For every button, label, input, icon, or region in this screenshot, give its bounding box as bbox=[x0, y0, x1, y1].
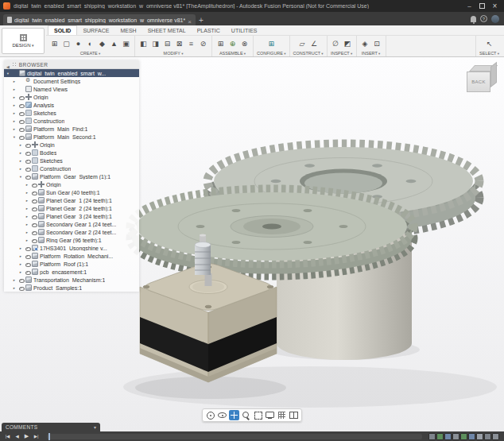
browser-item[interactable]: ▸Bodies bbox=[4, 149, 139, 157]
timeline-feature-extrude-icon[interactable] bbox=[444, 433, 452, 440]
help-icon[interactable] bbox=[480, 15, 487, 22]
browser-item[interactable]: ▸Named Views bbox=[4, 85, 139, 93]
browser-item[interactable]: ▸17HS3401_Usongshine v... bbox=[4, 244, 139, 252]
browser-item[interactable]: ▸Sketches bbox=[4, 109, 139, 117]
plane-icon[interactable] bbox=[297, 39, 308, 49]
browser-item[interactable]: ▸Transportation_Mechanism:1 bbox=[4, 276, 139, 284]
browser-item[interactable]: ▸Sun Gear (40 teeth):1 bbox=[4, 188, 139, 196]
browser-item[interactable]: ▾Platform_Main_Second:1 bbox=[4, 133, 139, 141]
visibility-eye-icon[interactable] bbox=[18, 134, 24, 140]
visibility-eye-icon[interactable] bbox=[25, 269, 30, 275]
axis-icon[interactable] bbox=[309, 39, 320, 49]
timeline-feature-sketch-icon[interactable] bbox=[436, 433, 444, 440]
browser-item[interactable]: ▸Document Settings bbox=[4, 77, 139, 85]
decal-icon[interactable] bbox=[372, 39, 382, 49]
ribbon-tab-surface[interactable]: SURFACE bbox=[77, 25, 114, 35]
pan-icon[interactable] bbox=[229, 410, 239, 420]
browser-item[interactable]: ▸Platform_Roof (1):1 bbox=[4, 260, 139, 268]
browser-item[interactable]: ▸Analysis bbox=[4, 101, 139, 109]
shell-icon[interactable] bbox=[162, 39, 173, 49]
expand-arrow-icon[interactable]: ▸ bbox=[25, 222, 29, 226]
viewport[interactable]: BACK BROWSER ▾digital_twin_enabled_smart… bbox=[0, 57, 504, 431]
visibility-eye-icon[interactable] bbox=[25, 150, 30, 156]
cylinder-icon[interactable] bbox=[73, 39, 83, 49]
browser-item[interactable]: ▸Origin bbox=[4, 93, 139, 101]
timeline-feature-joint-icon[interactable] bbox=[452, 433, 459, 440]
minimize-button[interactable] bbox=[463, 1, 475, 11]
browser-item[interactable]: ▸Planet Gear_2 (24 teeth):1 bbox=[4, 204, 139, 212]
go-to-start-icon[interactable] bbox=[3, 432, 12, 440]
visibility-eye-icon[interactable] bbox=[25, 158, 30, 164]
timeline-feature-component-icon[interactable] bbox=[428, 433, 436, 440]
visibility-eye-icon[interactable] bbox=[31, 206, 37, 211]
timeline-feature-sketch-icon[interactable] bbox=[460, 433, 467, 440]
viewcube[interactable]: BACK bbox=[464, 64, 499, 95]
user-avatar[interactable] bbox=[491, 15, 499, 23]
expand-arrow-icon[interactable]: ▸ bbox=[12, 95, 17, 99]
go-to-end-icon[interactable] bbox=[32, 432, 41, 440]
combine-icon[interactable] bbox=[174, 39, 184, 49]
ribbon-group-label[interactable]: CREATE bbox=[80, 51, 100, 56]
browser-item[interactable]: ▸pcb_encasement:1 bbox=[4, 268, 139, 276]
visibility-eye-icon[interactable] bbox=[25, 166, 30, 172]
visibility-eye-icon[interactable] bbox=[18, 285, 24, 291]
visibility-eye-icon[interactable] bbox=[25, 142, 30, 148]
expand-arrow-icon[interactable]: ▸ bbox=[12, 278, 17, 282]
timeline-feature-revolve-icon[interactable] bbox=[476, 433, 483, 440]
browser-item[interactable]: ▸Secondary Gear 1 (24 teet... bbox=[4, 220, 139, 228]
visibility-eye-icon[interactable] bbox=[25, 253, 30, 259]
joint-icon[interactable] bbox=[227, 39, 238, 49]
visibility-eye-icon[interactable] bbox=[18, 277, 24, 283]
ribbon-tab-sheet-metal[interactable]: SHEET METAL bbox=[142, 25, 192, 35]
browser-item[interactable]: ▸Platform_Main_Find:1 bbox=[4, 125, 139, 133]
browser-item[interactable]: ▸Construction bbox=[4, 164, 139, 172]
ribbon-group-label[interactable]: ASSEMBLE bbox=[219, 51, 246, 56]
visibility-eye-icon[interactable] bbox=[18, 95, 24, 100]
press-pull-icon[interactable] bbox=[138, 39, 149, 49]
visibility-eye-icon[interactable] bbox=[18, 118, 24, 124]
timeline-track[interactable] bbox=[47, 434, 422, 439]
ribbon-tab-solid[interactable]: SOLID bbox=[48, 25, 77, 35]
browser-item[interactable]: ▸Origin bbox=[4, 180, 139, 188]
configuration-icon[interactable] bbox=[266, 39, 277, 49]
expand-arrow-icon[interactable]: ▸ bbox=[12, 87, 17, 91]
visibility-eye-icon[interactable] bbox=[25, 174, 30, 180]
browser-item[interactable]: ▸Ring Gear (96 teeth):1 bbox=[4, 236, 139, 244]
ribbon-tab-mesh[interactable]: MESH bbox=[114, 25, 142, 35]
visibility-eye-icon[interactable] bbox=[31, 198, 37, 203]
ribbon-group-label[interactable]: CONFIGURE bbox=[257, 51, 286, 56]
select-icon[interactable] bbox=[484, 39, 494, 49]
visibility-eye-icon[interactable] bbox=[31, 190, 37, 195]
display-settings-icon[interactable] bbox=[265, 410, 275, 420]
revolve-icon[interactable] bbox=[97, 39, 107, 49]
expand-arrow-icon[interactable]: ▸ bbox=[12, 103, 17, 107]
browser-item[interactable]: ▾Platform_Gear_System (1):1 bbox=[4, 172, 139, 180]
ribbon-group-label[interactable]: SELECT bbox=[479, 51, 499, 56]
visibility-eye-icon[interactable] bbox=[31, 230, 37, 235]
sweep-icon[interactable] bbox=[109, 39, 119, 49]
collapse-arrow-icon[interactable]: ▾ bbox=[18, 175, 23, 179]
visibility-eye-icon[interactable] bbox=[31, 182, 37, 188]
browser-item[interactable]: ▾digital_twin_enabled_smart_w... bbox=[4, 69, 139, 77]
expand-arrow-icon[interactable]: ▸ bbox=[18, 246, 23, 250]
ribbon-group-label[interactable]: CONSTRUCT bbox=[293, 51, 324, 56]
fillet-icon[interactable] bbox=[150, 39, 161, 49]
ribbon-group-label[interactable]: MODIFY bbox=[164, 51, 184, 56]
fit-icon[interactable] bbox=[253, 410, 263, 420]
browser-item[interactable]: ▸Sketches bbox=[4, 157, 139, 164]
expand-arrow-icon[interactable]: ▸ bbox=[18, 262, 23, 266]
document-tab[interactable]: digital_twin_enabled_smart_shipping_work… bbox=[3, 14, 196, 25]
visibility-eye-icon[interactable] bbox=[31, 222, 37, 227]
visibility-eye-icon[interactable] bbox=[18, 103, 24, 108]
collapse-arrow-icon[interactable]: ▾ bbox=[6, 72, 10, 75]
zoom-icon[interactable] bbox=[241, 410, 251, 420]
collapse-panel-icon[interactable] bbox=[6, 57, 10, 72]
comments-bar[interactable]: COMMENTS bbox=[2, 423, 100, 431]
box-icon[interactable] bbox=[61, 39, 72, 49]
section-analysis-icon[interactable] bbox=[343, 39, 353, 49]
browser-item[interactable]: ▸Origin bbox=[4, 141, 139, 149]
ribbon-tab-utilities[interactable]: UTILITIES bbox=[226, 25, 263, 35]
expand-arrow-icon[interactable]: ▸ bbox=[18, 167, 23, 171]
visibility-eye-icon[interactable] bbox=[18, 126, 24, 132]
expand-arrow-icon[interactable]: ▸ bbox=[25, 230, 29, 234]
